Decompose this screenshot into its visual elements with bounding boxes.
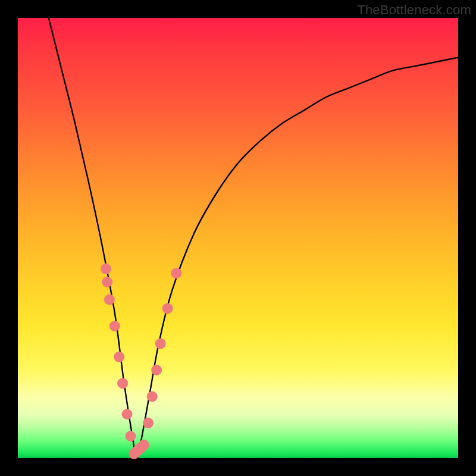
plot-area xyxy=(18,18,458,458)
marker-pill xyxy=(129,440,149,459)
marker-dot xyxy=(171,268,181,278)
watermark-text: TheBottleneck.com xyxy=(357,2,471,18)
marker-dot xyxy=(155,339,166,349)
marker-dot xyxy=(101,264,111,274)
marker-dot xyxy=(151,365,162,375)
marker-dot xyxy=(147,391,158,402)
marker-group xyxy=(101,264,181,459)
marker-dot xyxy=(162,303,173,314)
marker-dot xyxy=(125,431,136,441)
chart-frame: TheBottleneck.com xyxy=(0,0,476,476)
bottleneck-curve xyxy=(18,18,458,458)
marker-dot xyxy=(114,352,124,362)
marker-dot xyxy=(104,295,115,305)
curve-path xyxy=(49,18,458,458)
marker-dot xyxy=(143,418,154,428)
marker-dot xyxy=(109,321,120,331)
marker-dot xyxy=(122,409,133,419)
marker-dot xyxy=(102,277,112,287)
marker-dot xyxy=(117,378,128,389)
